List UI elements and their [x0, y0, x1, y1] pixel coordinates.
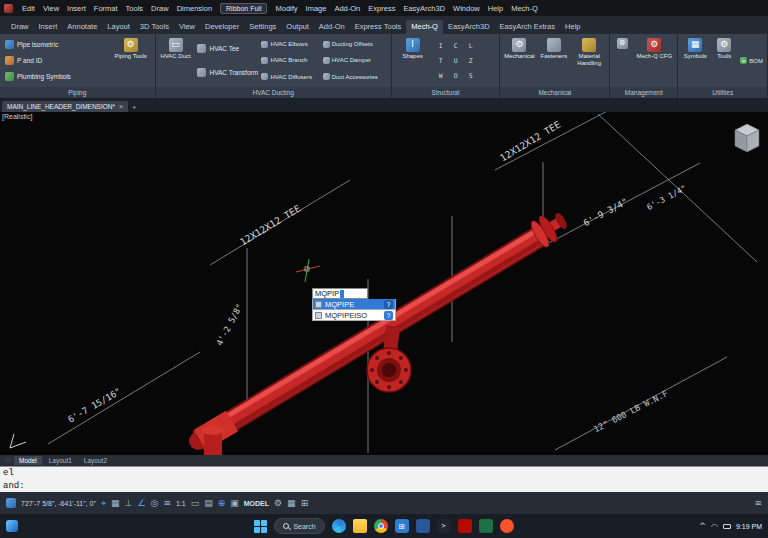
mechanical-button[interactable]: Mechanical [503, 36, 535, 85]
pipe-section-icon[interactable]: O [449, 69, 463, 83]
command-autocomplete-input[interactable]: MQPIP [312, 288, 368, 299]
tab-view[interactable]: View [174, 20, 200, 34]
layout-tab-menu-icon[interactable] [4, 457, 12, 464]
symbols-button[interactable]: Symbols [681, 36, 709, 85]
autocomplete-option-mqpipe[interactable]: MQPIPE ? [312, 299, 396, 310]
menu-view[interactable]: View [39, 4, 63, 13]
new-tab-button[interactable]: + [132, 103, 137, 112]
tab-annotate[interactable]: Annotate [62, 20, 102, 34]
channel-icon[interactable]: C [449, 39, 463, 53]
snap-mode-icon[interactable]: ⌖ [101, 499, 106, 508]
edge-icon[interactable] [332, 519, 346, 533]
bom-button[interactable]: BOM [739, 55, 764, 67]
browser-icon[interactable] [500, 519, 514, 533]
dynamic-input-icon[interactable]: ⊕ [218, 499, 226, 508]
hvac-elbows-button[interactable]: HVAC Elbows [260, 38, 318, 50]
tab-output[interactable]: Output [281, 20, 314, 34]
shapes-button[interactable]: Shapes [395, 36, 431, 85]
panel-label-mechanical[interactable]: Mechanical [500, 87, 609, 98]
widgets-icon[interactable] [6, 520, 18, 532]
help-icon[interactable]: ? [384, 311, 393, 320]
isolate-objects-icon[interactable]: ▦ [287, 499, 296, 508]
customization-icon[interactable]: ≡ [754, 499, 762, 508]
tab-layout1[interactable]: Layout1 [44, 456, 77, 465]
tab-draw[interactable]: Draw [6, 20, 34, 34]
viewport-canvas[interactable]: 12X12X12 TEE 12X12X12 TEE 6'-9 3/4" 6'-3… [0, 112, 768, 455]
tab-add-on[interactable]: Add-On [314, 20, 350, 34]
annotation-scale[interactable]: 1:1 [176, 500, 186, 507]
piping-tools-button[interactable]: Piping Tools [110, 36, 152, 85]
menu-express[interactable]: Express [364, 4, 399, 13]
menu-mech-q[interactable]: Mech-Q [507, 4, 542, 13]
hvac-diffusers-button[interactable]: HVAC Diffusers [260, 71, 318, 83]
menu-edit[interactable]: Edit [18, 4, 39, 13]
material-handling-button[interactable]: Material Handling [572, 36, 606, 85]
autoscale-icon[interactable]: ▤ [204, 499, 213, 508]
management-tools-button[interactable] [613, 36, 631, 85]
tab-settings[interactable]: Settings [244, 20, 281, 34]
tab-easyarch3d[interactable]: EasyArch3D [443, 20, 495, 34]
menu-help[interactable]: Help [484, 4, 507, 13]
selection-cycling-icon[interactable]: ▣ [230, 499, 239, 508]
excel-icon[interactable] [479, 519, 493, 533]
hvac-duct-button[interactable]: HVAC Duct [159, 36, 193, 85]
hvac-damper-button[interactable]: HVAC Damper [322, 54, 388, 66]
taskbar-search[interactable]: Search [274, 518, 324, 534]
menu-modify[interactable]: Modify [271, 4, 301, 13]
plate-icon[interactable]: S [464, 69, 478, 83]
p-and-id-button[interactable]: P and ID [3, 54, 107, 67]
tab-insert[interactable]: Insert [34, 20, 63, 34]
duct-accessories-button[interactable]: Duct Accessories [322, 71, 388, 83]
help-icon[interactable]: ? [384, 300, 393, 309]
angle-icon[interactable]: L [464, 39, 478, 53]
workspace-settings-icon[interactable]: ⚙ [274, 499, 282, 508]
menu-easyarch3d[interactable]: EasyArch3D [399, 4, 449, 13]
mech-q-cfg-button[interactable]: Mech-Q CFG [634, 36, 674, 85]
hvac-branch-button[interactable]: HVAC Branch [260, 54, 318, 66]
z-section-icon[interactable]: Z [464, 54, 478, 68]
tee-section-icon[interactable]: T [434, 54, 448, 68]
annotation-visibility-icon[interactable]: ▭ [191, 499, 200, 508]
tab-layout2[interactable]: Layout2 [79, 456, 112, 465]
chrome-icon[interactable] [374, 519, 388, 533]
model-space-toggle[interactable]: MODEL [244, 500, 269, 507]
fasteners-button[interactable]: Fasteners [539, 36, 569, 85]
clock[interactable]: 9:19 PM [736, 523, 762, 530]
tab-mech-q[interactable]: Mech-Q [406, 20, 443, 34]
menu-draw[interactable]: Draw [147, 4, 173, 13]
i-beam-icon[interactable]: I [434, 39, 448, 53]
tab-help[interactable]: Help [560, 20, 585, 34]
lineweight-icon[interactable]: ≡ [163, 499, 171, 508]
menu-dimension[interactable]: Dimension [173, 4, 216, 13]
polar-tracking-icon[interactable]: ∠ [137, 499, 145, 508]
workspace-selector[interactable]: Ribbon Full [220, 3, 267, 14]
drawing-viewport[interactable]: [Realistic] [0, 112, 768, 455]
battery-icon[interactable] [723, 524, 731, 529]
autocomplete-option-mqpipeiso[interactable]: MQPIPEISO ? [312, 310, 396, 321]
menu-insert[interactable]: Insert [63, 4, 90, 13]
menu-format[interactable]: Format [90, 4, 122, 13]
tray-expand-icon[interactable]: ^ [699, 522, 706, 531]
command-line-window[interactable]: el and: [0, 466, 768, 492]
hvac-transform-button[interactable]: HVAC Transform [195, 66, 257, 79]
ducting-offsets-button[interactable]: Ducting Offsets [322, 38, 388, 50]
pipe-isometric-button[interactable]: Pipe Isometric [3, 38, 107, 51]
file-explorer-icon[interactable] [353, 519, 367, 533]
word-icon[interactable] [416, 519, 430, 533]
store-icon[interactable]: ⊞ [395, 519, 409, 533]
plumbing-symbols-button[interactable]: Plumbing Symbols [3, 70, 107, 83]
terminal-icon[interactable]: > [437, 519, 451, 533]
view-style-label[interactable]: [Realistic] [2, 113, 32, 120]
view-cube[interactable] [735, 124, 759, 152]
tab-layout[interactable]: Layout [102, 20, 135, 34]
app-icon[interactable] [4, 4, 13, 13]
menu-window[interactable]: Window [449, 4, 484, 13]
ortho-mode-icon[interactable]: ⊥ [125, 499, 133, 508]
wifi-icon[interactable]: ◠ [711, 522, 718, 531]
wide-flange-icon[interactable]: W [434, 69, 448, 83]
panel-label-utilities[interactable]: Utilities [678, 87, 767, 98]
clean-screen-icon[interactable]: ⊞ [301, 499, 309, 508]
close-tab-icon[interactable]: × [119, 103, 123, 110]
quick-view-icon[interactable] [6, 498, 16, 508]
panel-label-hvac-ducting[interactable]: HVAC Ducting [156, 87, 391, 98]
